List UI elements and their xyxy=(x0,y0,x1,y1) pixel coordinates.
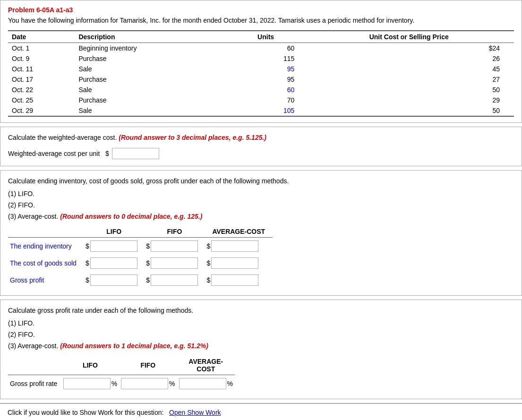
methods-row: The ending inventory$$$ xyxy=(8,238,273,255)
cell-units: 60 xyxy=(228,43,304,54)
cell-price: 26 xyxy=(304,53,514,64)
methods-round-note: (Round answers to 0 decimal place, e.g. … xyxy=(60,213,202,220)
methods-list-item-2: (2) FIFO. xyxy=(8,200,514,211)
table-row: Oct. 22Sale6050 xyxy=(8,85,514,95)
cell-date: Oct. 17 xyxy=(8,74,75,85)
wa-input[interactable] xyxy=(112,148,159,159)
methods-fifo-1-input[interactable] xyxy=(151,257,198,269)
methods-fifo-2-input[interactable] xyxy=(151,274,198,286)
table-row: Oct. 17Purchase9527 xyxy=(8,74,514,85)
cell-date: Oct. 25 xyxy=(8,95,75,105)
cell-units: 95 xyxy=(228,74,304,85)
table-row: Oct. 1Beginning inventory60$24 xyxy=(8,43,514,54)
table-row: Oct. 29Sale10550 xyxy=(8,105,514,116)
gpr-lifo-cell: % xyxy=(61,375,119,392)
cell-date: Oct. 1 xyxy=(8,43,75,54)
gpr-list-item-1: (1) LIFO. xyxy=(8,318,514,329)
methods-instruction: Calculate ending inventory, cost of good… xyxy=(8,177,514,185)
methods-lifo-2-input[interactable] xyxy=(90,274,137,286)
methods-avg-0-cell: $ xyxy=(205,238,273,255)
methods-table: LIFO FIFO AVERAGE-COST The ending invent… xyxy=(8,226,273,289)
methods-avg-2-input[interactable] xyxy=(211,274,258,286)
gpr-fifo-pct: % xyxy=(169,380,175,387)
methods-lifo-2-cell: $ xyxy=(84,272,144,289)
gpr-col-empty xyxy=(8,356,61,375)
cell-price: 50 xyxy=(304,105,514,116)
table-row: Oct. 9Purchase11526 xyxy=(8,53,514,64)
gpr-row-label: Gross profit rate xyxy=(8,375,61,392)
gpr-fifo-input[interactable] xyxy=(121,378,168,389)
wa-dollar-sign: $ xyxy=(105,150,109,157)
cell-description: Purchase xyxy=(75,53,227,64)
gpr-instruction: Calculate gross profit rate under each o… xyxy=(8,307,514,314)
methods-list-item-1: (1) LIFO. xyxy=(8,189,514,200)
cell-description: Sale xyxy=(75,85,227,95)
methods-col-empty xyxy=(8,226,84,238)
methods-row-label: The ending inventory xyxy=(8,238,84,255)
wa-instruction: Calculate the weighted-average cost. (Ro… xyxy=(8,134,514,141)
table-row: Oct. 25Purchase7029 xyxy=(8,95,514,105)
methods-avg-0-input[interactable] xyxy=(211,240,258,252)
methods-row: Gross profit$$$ xyxy=(8,272,273,289)
gpr-avg-input[interactable] xyxy=(179,378,226,389)
cell-description: Sale xyxy=(75,105,227,116)
cell-price: 45 xyxy=(304,64,514,74)
cell-date: Oct. 22 xyxy=(8,85,75,95)
problem-title: Problem 6-05A a1-a3 xyxy=(8,6,514,14)
dollar-sign: $ xyxy=(86,276,89,284)
methods-col-avg: AVERAGE-COST xyxy=(205,226,273,238)
dollar-sign: $ xyxy=(207,259,211,267)
dollar-sign: $ xyxy=(207,276,211,284)
dollar-sign: $ xyxy=(146,242,150,250)
methods-fifo-0-input[interactable] xyxy=(151,240,198,252)
dollar-sign: $ xyxy=(146,276,150,284)
methods-list: (1) LIFO. (2) FIFO. (3) Average-cost. (R… xyxy=(8,189,514,222)
col-header-price: Unit Cost or Selling Price xyxy=(304,31,514,43)
methods-lifo-1-input[interactable] xyxy=(90,257,137,269)
cell-units: 95 xyxy=(228,64,304,74)
methods-row-label: Gross profit xyxy=(8,272,84,289)
weighted-average-section: Calculate the weighted-average cost. (Ro… xyxy=(0,127,522,166)
gpr-list-item-2: (2) FIFO. xyxy=(8,329,514,341)
methods-lifo-0-cell: $ xyxy=(84,238,144,255)
cell-description: Purchase xyxy=(75,74,227,85)
wa-input-row: Weighted-average cost per unit $ xyxy=(8,148,514,159)
gpr-row: Gross profit rate % % xyxy=(8,375,235,392)
cell-price: 29 xyxy=(304,95,514,105)
methods-fifo-1-cell: $ xyxy=(144,255,205,272)
gpr-table: LIFO FIFO AVERAGE-COST Gross profit rate… xyxy=(8,356,235,392)
gpr-round-note: (Round answers to 1 decimal place, e.g. … xyxy=(60,342,208,350)
gpr-col-lifo: LIFO xyxy=(61,356,119,375)
gpr-avg-pct: % xyxy=(227,380,233,387)
cell-description: Purchase xyxy=(75,95,227,105)
cell-date: Oct. 9 xyxy=(8,53,75,64)
wa-instruction-text: Calculate the weighted-average cost. xyxy=(8,134,117,141)
cell-units: 115 xyxy=(228,53,304,64)
gpr-lifo-input[interactable] xyxy=(63,378,111,389)
gpr-list-item-3: (3) Average-cost. (Round answers to 1 de… xyxy=(8,341,514,352)
cell-price: $24 xyxy=(304,43,514,54)
dollar-sign: $ xyxy=(86,259,89,267)
inventory-table: Date Description Units Unit Cost or Sell… xyxy=(8,30,514,117)
methods-avg-1-cell: $ xyxy=(205,255,273,272)
methods-lifo-0-input[interactable] xyxy=(90,240,137,252)
cell-date: Oct. 29 xyxy=(8,105,75,116)
wa-label: Weighted-average cost per unit xyxy=(8,150,103,157)
wa-round-note: (Round answer to 3 decimal places, e.g. … xyxy=(119,134,266,141)
methods-list-item-3: (3) Average-cost. (Round answers to 0 de… xyxy=(8,211,514,223)
problem-section: Problem 6-05A a1-a3 You have the followi… xyxy=(0,0,522,123)
col-header-date: Date xyxy=(8,31,75,43)
cell-price: 50 xyxy=(304,85,514,95)
dollar-sign: $ xyxy=(86,242,89,250)
show-work-link[interactable]: Open Show Work xyxy=(169,409,221,416)
methods-lifo-1-cell: $ xyxy=(84,255,144,272)
show-work-section: Click if you would like to Show Work for… xyxy=(0,403,522,420)
methods-fifo-0-cell: $ xyxy=(144,238,205,255)
methods-col-lifo: LIFO xyxy=(84,226,144,238)
col-header-description: Description xyxy=(75,31,227,43)
table-row: Oct. 11Sale9545 xyxy=(8,64,514,74)
methods-avg-2-cell: $ xyxy=(205,272,273,289)
intro-text: You have the following information for T… xyxy=(8,16,514,26)
dollar-sign: $ xyxy=(207,242,211,250)
methods-avg-1-input[interactable] xyxy=(211,257,258,269)
